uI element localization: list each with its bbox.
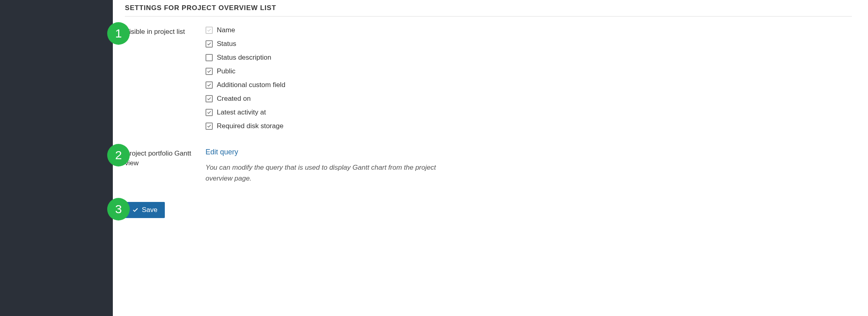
checkbox[interactable] bbox=[206, 68, 213, 75]
checkbox-label: Additional custom field bbox=[217, 81, 285, 89]
checkbox-label: Created on bbox=[217, 95, 251, 103]
check-icon bbox=[207, 28, 212, 33]
checkbox[interactable] bbox=[206, 40, 213, 48]
row-label-col: 2 Project portfolio Gantt view bbox=[125, 148, 197, 168]
row-label: Visible in project list bbox=[125, 28, 185, 35]
checkbox-row: Status description bbox=[206, 54, 852, 62]
checkbox-label: Name bbox=[217, 26, 235, 34]
edit-query-link[interactable]: Edit query bbox=[206, 148, 238, 156]
check-icon bbox=[207, 96, 212, 101]
checkbox-label: Status bbox=[217, 40, 236, 48]
save-wrap: 3 Save bbox=[125, 202, 852, 218]
checkbox-row: Required disk storage bbox=[206, 122, 852, 130]
checkbox[interactable] bbox=[206, 123, 213, 130]
row-visible-in-project-list: 1 Visible in project list NameStatusStat… bbox=[125, 26, 852, 136]
row-label-col: 1 Visible in project list bbox=[125, 26, 197, 37]
checkbox-label: Latest activity at bbox=[217, 108, 266, 116]
main-content: SETTINGS FOR PROJECT OVERVIEW LIST 1 Vis… bbox=[113, 0, 868, 316]
check-icon bbox=[132, 207, 139, 213]
checkbox-row: Created on bbox=[206, 95, 852, 103]
sidebar bbox=[0, 0, 113, 316]
checkbox[interactable] bbox=[206, 81, 213, 89]
checkbox-row: Latest activity at bbox=[206, 108, 852, 116]
check-icon bbox=[207, 124, 212, 129]
save-button[interactable]: Save bbox=[125, 202, 165, 218]
gantt-value-col: Edit query You can modify the query that… bbox=[206, 148, 852, 184]
save-button-label: Save bbox=[142, 206, 158, 214]
checkbox[interactable] bbox=[206, 109, 213, 116]
checkbox-row: Public bbox=[206, 67, 852, 75]
step-badge-2: 2 bbox=[107, 144, 130, 166]
checkbox[interactable] bbox=[206, 95, 213, 102]
row-label: Project portfolio Gantt view bbox=[125, 150, 191, 167]
checkbox-row: Name bbox=[206, 26, 852, 34]
check-icon bbox=[207, 42, 212, 46]
checkbox-label: Required disk storage bbox=[217, 122, 283, 130]
step-badge-1: 1 bbox=[107, 22, 130, 45]
checkbox-row: Status bbox=[206, 40, 852, 48]
checkbox-label: Status description bbox=[217, 54, 271, 62]
checkbox-row: Additional custom field bbox=[206, 81, 852, 89]
checkbox-list: NameStatusStatus descriptionPublicAdditi… bbox=[206, 26, 852, 136]
check-icon bbox=[207, 110, 212, 115]
step-badge-3: 3 bbox=[107, 198, 130, 220]
check-icon bbox=[207, 69, 212, 74]
section-title: SETTINGS FOR PROJECT OVERVIEW LIST bbox=[125, 4, 852, 17]
checkbox[interactable] bbox=[206, 54, 213, 61]
checkbox bbox=[206, 27, 213, 34]
row-gantt-view: 2 Project portfolio Gantt view Edit quer… bbox=[125, 148, 852, 184]
check-icon bbox=[207, 83, 212, 87]
checkbox-label: Public bbox=[217, 67, 235, 75]
gantt-help-text: You can modify the query that is used to… bbox=[206, 162, 439, 184]
